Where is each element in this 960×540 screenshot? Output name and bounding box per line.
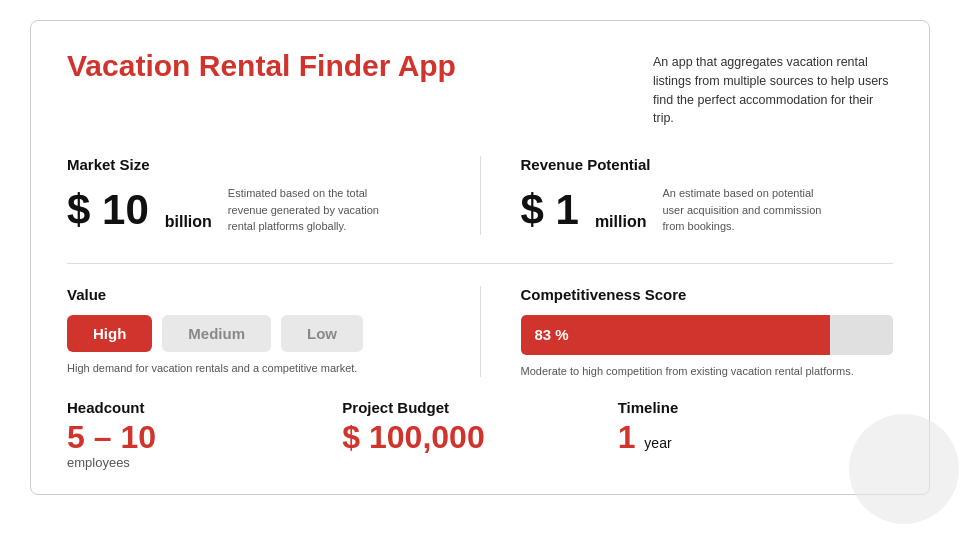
decorative-circle (849, 414, 959, 524)
comp-note: Moderate to high competition from existi… (521, 365, 894, 377)
timeline-stat: Timeline 1 year (618, 399, 893, 455)
value-note: High demand for vacation rentals and a c… (67, 362, 440, 374)
comp-score-label: 83 % (535, 326, 569, 343)
budget-value: $ 100,000 (342, 420, 617, 455)
market-size-desc: Estimated based on the total revenue gen… (228, 185, 388, 235)
value-label: Value (67, 286, 440, 303)
value-button-medium[interactable]: Medium (162, 315, 271, 352)
revenue-metric: $ 1 million An estimate based on potenti… (521, 185, 894, 235)
header: Vacation Rental Finder App An app that a… (67, 49, 893, 128)
comp-progress-fill: 83 % (521, 315, 830, 355)
market-size-metric: $ 10 billion Estimated based on the tota… (67, 185, 440, 235)
app-description: An app that aggregates vacation rental l… (653, 49, 893, 128)
headcount-value: 5 – 10 (67, 420, 342, 455)
value-buttons-group: High Medium Low (67, 315, 440, 352)
budget-label: Project Budget (342, 399, 617, 416)
stats-row: Headcount 5 – 10 employees Project Budge… (67, 399, 893, 470)
metrics-row: Market Size $ 10 billion Estimated based… (67, 156, 893, 235)
revenue-section: Revenue Potential $ 1 million An estimat… (481, 156, 894, 235)
headcount-stat: Headcount 5 – 10 employees (67, 399, 342, 470)
market-size-section: Market Size $ 10 billion Estimated based… (67, 156, 481, 235)
comp-progress-bar: 83 % (521, 315, 894, 355)
value-section: Value High Medium Low High demand for va… (67, 286, 481, 377)
competitiveness-section: Competitiveness Score 83 % Moderate to h… (481, 286, 894, 377)
app-title: Vacation Rental Finder App (67, 49, 456, 83)
budget-stat: Project Budget $ 100,000 (342, 399, 617, 455)
headcount-label: Headcount (67, 399, 342, 416)
market-size-unit: billion (165, 213, 212, 235)
market-size-amount: $ 10 (67, 189, 149, 231)
value-button-high[interactable]: High (67, 315, 152, 352)
headcount-unit: employees (67, 455, 342, 470)
divider (67, 263, 893, 264)
revenue-label: Revenue Potential (521, 156, 894, 173)
revenue-amount: $ 1 (521, 189, 579, 231)
timeline-unit: year (644, 435, 671, 451)
revenue-unit: million (595, 213, 647, 235)
comp-label: Competitiveness Score (521, 286, 894, 303)
value-comp-row: Value High Medium Low High demand for va… (67, 286, 893, 377)
main-card: Vacation Rental Finder App An app that a… (30, 20, 930, 495)
value-button-low[interactable]: Low (281, 315, 363, 352)
timeline-label: Timeline (618, 399, 893, 416)
revenue-desc: An estimate based on potential user acqu… (662, 185, 822, 235)
market-size-label: Market Size (67, 156, 440, 173)
